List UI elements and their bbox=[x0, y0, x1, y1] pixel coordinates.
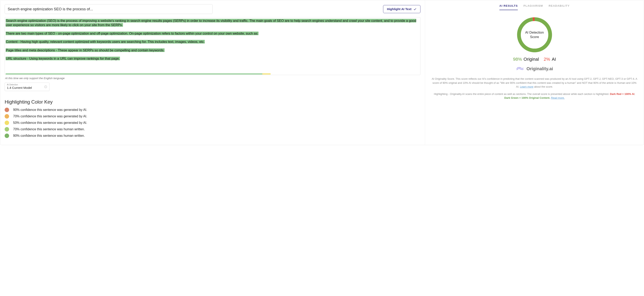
ai-label: AI bbox=[552, 57, 556, 62]
bar-segment-green bbox=[6, 73, 262, 74]
model-select-value: 1.4 Current Model bbox=[7, 86, 32, 89]
color-key-text: 70% confidence this sentence was generat… bbox=[13, 114, 87, 118]
bar-segment-yellow bbox=[262, 73, 270, 74]
color-key-text: 70% confidence this sentence was human w… bbox=[13, 127, 85, 131]
score-line: 98% Original 2% AI bbox=[513, 57, 556, 62]
color-key-text: 50% confidence this sentence was generat… bbox=[13, 121, 87, 125]
color-swatch bbox=[5, 133, 9, 138]
content-box[interactable]: Search engine optimization (SEO) is the … bbox=[5, 17, 420, 75]
content-bottom-highlight-bar bbox=[6, 73, 420, 74]
content-inner: Search engine optimization (SEO) is the … bbox=[6, 19, 420, 61]
color-swatch bbox=[5, 121, 9, 125]
color-key-row: 90% confidence this sentence was generat… bbox=[5, 108, 420, 112]
brand-logo-icon bbox=[516, 66, 524, 72]
desc1-b: about the score. bbox=[533, 85, 553, 88]
right-panel: AI RESULTS PLAGIARISM READABILITY AI Det… bbox=[425, 0, 644, 145]
original-label: Original bbox=[524, 57, 539, 62]
paragraph-2: There are two main types of SEO - on-pag… bbox=[6, 32, 258, 35]
color-key-row: 70% confidence this sentence was human w… bbox=[5, 127, 420, 131]
paragraph-3: Content - Having high quality, relevant … bbox=[6, 40, 205, 44]
bar-segment-empty bbox=[270, 73, 420, 74]
ai-percent: 2% bbox=[544, 57, 550, 62]
color-swatch bbox=[5, 108, 9, 112]
title-input[interactable] bbox=[5, 4, 213, 14]
info-icon[interactable] bbox=[44, 85, 47, 88]
tab-plagiarism[interactable]: PLAGIARISM bbox=[524, 4, 543, 10]
donut-label-line2: Score bbox=[530, 35, 539, 39]
ai-detection-donut: AI Detection Score bbox=[516, 16, 553, 53]
paragraph-4: Page titles and meta descriptions - Thes… bbox=[6, 48, 164, 52]
desc2-a: Highlighting - Originality.AI scans the … bbox=[434, 92, 610, 95]
brand-name: Originality.ai bbox=[526, 66, 553, 71]
top-row: Highlight AI Text bbox=[5, 4, 420, 14]
tab-readability[interactable]: READABILITY bbox=[549, 4, 570, 10]
learn-more-link[interactable]: Learn more bbox=[520, 85, 533, 88]
color-key-row: 90% confidence this sentence was human w… bbox=[5, 133, 420, 138]
results-tabs: AI RESULTS PLAGIARISM READABILITY bbox=[500, 4, 570, 10]
color-swatch bbox=[5, 114, 9, 118]
highlight-ai-text-button[interactable]: Highlight AI Text bbox=[383, 5, 420, 13]
read-more-link[interactable]: Read more. bbox=[551, 96, 565, 99]
score-description: AI Originality Score. This score reflect… bbox=[432, 77, 637, 89]
model-select-label: AI Detection bbox=[7, 84, 47, 86]
highlight-button-label: Highlight AI Text bbox=[387, 7, 411, 11]
ai-detection-model-select[interactable]: AI Detection 1.4 Current Model bbox=[5, 83, 50, 91]
desc2-sep: , bbox=[634, 92, 635, 95]
color-key-text: 90% confidence this sentence was human w… bbox=[13, 134, 85, 137]
color-key-list: 90% confidence this sentence was generat… bbox=[5, 108, 420, 140]
left-panel: Highlight AI Text Search engine optimiza… bbox=[0, 0, 425, 145]
paragraph-1: Search engine optimization (SEO) is the … bbox=[6, 19, 416, 27]
language-note: At this time we only support the English… bbox=[5, 77, 420, 80]
color-key-row: 70% confidence this sentence was generat… bbox=[5, 114, 420, 118]
dark-green-text: Dark Green = 100% Original Content. bbox=[504, 96, 550, 99]
original-percent: 98% bbox=[513, 57, 522, 62]
color-swatch bbox=[5, 127, 9, 131]
paragraph-5: URL structure - Using keywords in a URL … bbox=[6, 57, 120, 60]
highlighting-description: Highlighting - Originality.AI scans the … bbox=[432, 92, 637, 100]
tab-ai-results[interactable]: AI RESULTS bbox=[500, 4, 518, 10]
brand-row: Originality.ai bbox=[516, 66, 553, 72]
app-frame: Highlight AI Text Search engine optimiza… bbox=[0, 0, 644, 145]
color-key-row: 50% confidence this sentence was generat… bbox=[5, 121, 420, 125]
dark-red-text: Dark Red = 100% AI bbox=[610, 92, 634, 95]
donut-center-label: AI Detection Score bbox=[516, 16, 553, 53]
donut-label-line1: AI Detection bbox=[525, 31, 544, 34]
check-icon bbox=[414, 8, 416, 11]
color-key-title: Highlighting Color Key bbox=[5, 99, 420, 105]
color-key-text: 90% confidence this sentence was generat… bbox=[13, 108, 87, 112]
